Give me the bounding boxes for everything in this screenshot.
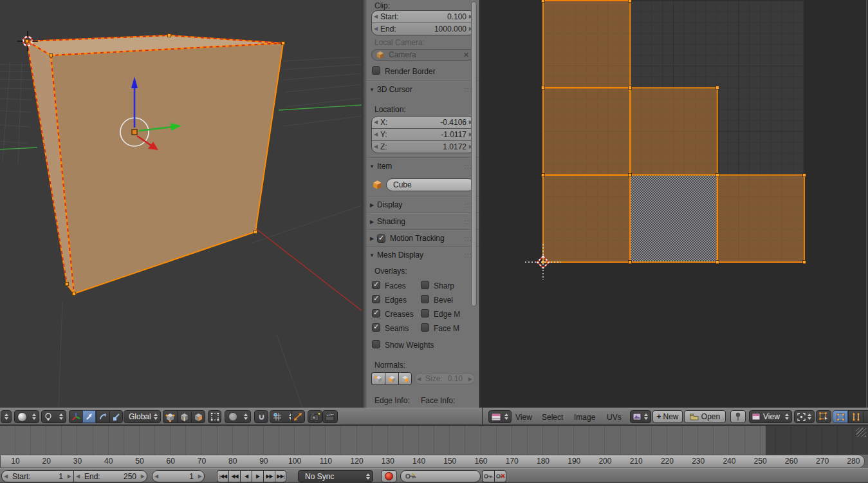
panel-header-item[interactable]: ▼ Item ::::	[367, 160, 479, 173]
object-name-input[interactable]: Cube	[386, 178, 475, 191]
ruler-frame-number: 270	[816, 457, 829, 466]
vertex-select-button[interactable]	[163, 410, 177, 423]
rotate-manipulator-button[interactable]	[96, 410, 109, 423]
uv-select-mode-buttons	[833, 410, 868, 423]
opengl-render-button[interactable]	[308, 410, 322, 423]
face-corner-normals-button[interactable]	[385, 372, 398, 385]
render-border-checkbox[interactable]	[372, 66, 380, 75]
show-weights-checkbox[interactable]	[372, 340, 380, 348]
collapsed-arrow-icon[interactable]: ▶	[367, 219, 377, 225]
transform-orientation-dropdown[interactable]: Global	[124, 410, 161, 423]
new-image-button[interactable]: + New	[652, 410, 683, 423]
uv-image-editor[interactable]	[479, 0, 868, 408]
panel-scrollbar[interactable]	[471, 1, 477, 307]
overlay-edgem-checkbox[interactable]	[421, 309, 429, 317]
expand-arrow-icon[interactable]: ▼	[367, 164, 377, 169]
ruler-frame-number: 60	[166, 457, 174, 466]
face-normals-button[interactable]	[398, 372, 412, 385]
editor-type-dropdown[interactable]	[488, 410, 512, 423]
manipulator-toggle-button[interactable]	[69, 410, 82, 423]
overlay-sharp-checkbox[interactable]	[421, 281, 429, 289]
uv-pivot-dropdown[interactable]	[794, 410, 815, 423]
edge-select-button[interactable]	[177, 410, 191, 423]
play-reverse-button[interactable]: ◀	[240, 470, 252, 482]
ruler-frame-number: 90	[259, 457, 268, 466]
expand-arrow-icon[interactable]: ▼	[367, 87, 377, 93]
cursor-x-field[interactable]: ◀ X: -0.4106 ▶	[372, 117, 475, 128]
menu-select[interactable]: Select	[542, 413, 563, 422]
overlay-edges-checkbox[interactable]	[372, 295, 380, 303]
display-channels-dropdown[interactable]: View	[749, 410, 792, 423]
pivot-point-dropdown[interactable]	[41, 410, 66, 423]
overlay-facem-checkbox[interactable]	[421, 323, 429, 332]
panel-header-3d-cursor[interactable]: ▼ 3D Cursor ::::	[367, 83, 479, 96]
pin-image-button[interactable]	[730, 410, 746, 423]
collapsed-arrow-icon[interactable]: ▶	[367, 236, 377, 242]
panel-header-display[interactable]: ▶ Display ::::	[367, 198, 479, 211]
ruler-frame-number: 280	[847, 457, 860, 466]
face-select-button[interactable]	[191, 410, 205, 423]
sync-mode-dropdown[interactable]: No Sync	[298, 470, 373, 482]
timeline-frame-ruler[interactable]: 1020304050607080901001101201301401501601…	[0, 455, 865, 468]
snap-peel-button[interactable]	[291, 410, 305, 423]
panel-header-mesh-display[interactable]: ▼ Mesh Display ::::	[367, 249, 479, 261]
overlay-edgem-label: Edge M	[434, 310, 460, 319]
start-frame-field[interactable]: ◀ Start: 1 ▶	[1, 470, 73, 482]
magnet-icon	[257, 413, 266, 421]
scale-manipulator-button[interactable]	[109, 410, 123, 423]
uv-face-select-button[interactable]	[863, 410, 868, 423]
expand-arrow-icon[interactable]: ▼	[367, 252, 377, 258]
open-image-button[interactable]: Open	[684, 410, 726, 423]
timeline-area[interactable]: 1020304050607080901001101201301401501601…	[0, 425, 868, 468]
viewport-3d[interactable]	[0, 0, 362, 408]
overlay-seams-checkbox[interactable]	[372, 323, 380, 332]
editor-type-dropdown[interactable]	[1, 410, 12, 423]
auto-keyframe-button[interactable]	[381, 470, 397, 482]
ruler-frame-number: 100	[288, 457, 301, 466]
cursor-y-field[interactable]: ◀ Y: -1.0117 ▶	[372, 128, 475, 140]
ruler-frame-number: 170	[506, 457, 519, 466]
close-icon[interactable]: ✕	[463, 51, 469, 59]
menu-view[interactable]: View	[515, 413, 532, 422]
keying-set-field[interactable]	[400, 470, 481, 482]
proportional-edit-dropdown[interactable]	[225, 410, 251, 423]
camera-field[interactable]: Camera ✕	[371, 49, 474, 61]
menu-image[interactable]: Image	[574, 413, 595, 422]
jump-to-end-button[interactable]: ▶▶|	[275, 470, 286, 482]
uv-vertex-icon	[836, 413, 845, 421]
collapsed-arrow-icon[interactable]: ▶	[367, 202, 377, 208]
opengl-render-anim-button[interactable]	[322, 410, 338, 423]
panel-edge[interactable]	[362, 0, 367, 408]
end-frame-field[interactable]: ◀ End: 250 ▶	[73, 470, 147, 482]
clip-end-field[interactable]: ◀ End: 1000.000 ▶	[372, 23, 475, 35]
area-resize-grip[interactable]	[856, 428, 866, 437]
prev-keyframe-button[interactable]: ◀◀	[228, 470, 240, 482]
clip-start-field[interactable]: ◀ Start: 0.100 ▶	[372, 11, 475, 23]
panel-header-shading[interactable]: ▶ Shading ::::	[367, 215, 479, 228]
translate-manipulator-button[interactable]	[82, 410, 96, 423]
uv-vertex-select-button[interactable]	[833, 410, 848, 423]
snap-toggle-button[interactable]	[254, 410, 268, 423]
motion-tracking-checkbox[interactable]	[377, 234, 385, 243]
cursor-z-field[interactable]: ◀ Z: 1.0172 ▶	[372, 140, 475, 153]
play-button[interactable]: ▶	[252, 470, 263, 482]
overlay-faces-checkbox[interactable]	[372, 281, 380, 289]
sticky-selection-button[interactable]	[816, 410, 831, 423]
overlay-creases-checkbox[interactable]	[372, 309, 380, 317]
current-frame-field[interactable]: ◀ 1 ▶	[152, 470, 205, 482]
rotate-arc-icon	[98, 412, 107, 421]
jump-to-start-button[interactable]: |◀◀	[217, 470, 228, 482]
panel-header-motion-tracking[interactable]: ▶ Motion Tracking ::::	[367, 232, 479, 245]
viewport-shading-dropdown[interactable]	[14, 410, 39, 423]
image-datablock-dropdown[interactable]	[630, 410, 651, 423]
uv-edge-select-button[interactable]	[848, 410, 863, 423]
key-delete-icon	[496, 473, 505, 479]
insert-keyframe-button[interactable]	[482, 470, 494, 482]
manipulator-center[interactable]	[132, 129, 137, 135]
overlay-bevel-checkbox[interactable]	[421, 295, 429, 303]
next-keyframe-button[interactable]: ▶▶	[263, 470, 275, 482]
delete-keyframe-button[interactable]	[494, 470, 506, 482]
menu-uvs[interactable]: UVs	[607, 413, 622, 422]
vertex-normals-button[interactable]	[371, 372, 385, 385]
limit-selection-visible-button[interactable]	[208, 410, 221, 423]
